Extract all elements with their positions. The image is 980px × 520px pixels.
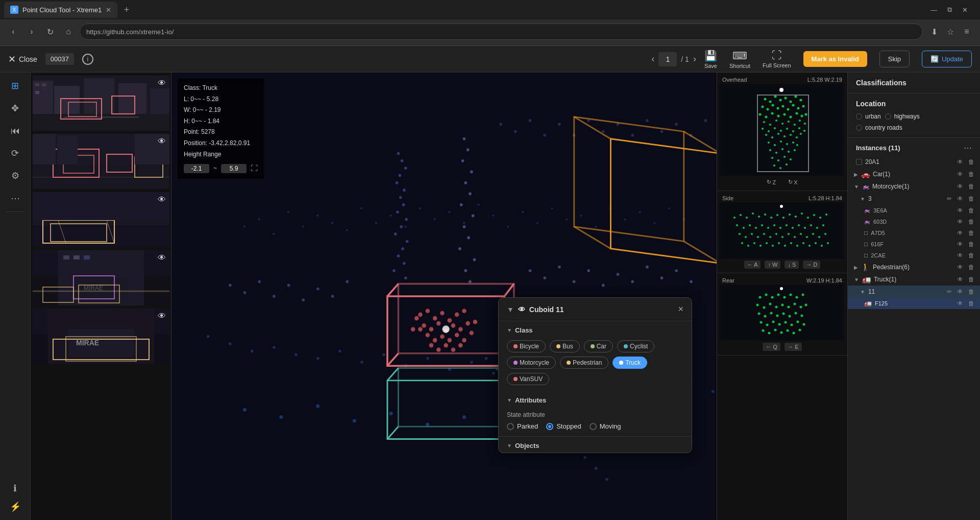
cuboid-eye-icon[interactable]: 👁 — [518, 305, 525, 314]
camera-thumb-2-eye[interactable]: 👁 — [158, 137, 166, 146]
overhead-rotate-z[interactable]: ↻ Z — [764, 178, 779, 186]
reload-button[interactable]: ↻ — [43, 25, 57, 39]
next-button[interactable]: › — [693, 54, 696, 64]
truck-group-header[interactable]: ▼ 🚛 Truck(1) 👁 🗑 — [848, 273, 980, 286]
2cae-delete[interactable]: 🗑 — [967, 251, 976, 259]
urban-radio[interactable] — [856, 113, 862, 120]
tab-close-button[interactable]: ✕ — [106, 6, 111, 14]
update-button[interactable]: 🔄 Update — [922, 51, 972, 67]
sidebar-rewind-icon[interactable]: ⏮ — [6, 122, 24, 140]
key-d[interactable]: → D — [803, 261, 820, 269]
sidebar-settings-icon[interactable]: ⚙ — [6, 167, 24, 185]
motorcycle-group-delete[interactable]: 🗑 — [967, 182, 976, 191]
class-tag-bicycle[interactable]: Bicycle — [507, 340, 546, 352]
camera-thumb-3-eye[interactable]: 👁 — [158, 195, 166, 204]
download-button[interactable]: ⬇ — [927, 25, 941, 39]
class-tag-cyclist[interactable]: Cyclist — [617, 340, 654, 352]
camera-thumb-1-eye[interactable]: 👁 — [158, 79, 166, 88]
forward-button[interactable]: › — [24, 25, 39, 39]
overhead-rotate-x[interactable]: ↻ X — [785, 178, 800, 186]
pedestrian-group-header[interactable]: ▶ 🚶 Pedestrian(6) 👁 🗑 — [848, 261, 980, 273]
616f-eye[interactable]: 👁 — [955, 240, 965, 248]
state-moving[interactable]: Moving — [590, 422, 621, 430]
menu-button[interactable]: ≡ — [960, 25, 974, 39]
page-input[interactable] — [658, 52, 677, 66]
sidebar-info-icon[interactable]: ℹ — [6, 479, 24, 498]
camera-thumb-3[interactable]: 👁 — [33, 192, 169, 247]
sub-instance-2cae[interactable]: □ 2CAE 👁 🗑 — [848, 250, 980, 261]
sidebar-more-icon[interactable]: ⋯ — [6, 189, 24, 207]
class-tag-car[interactable]: Car — [584, 340, 613, 352]
side-canvas[interactable] — [719, 202, 844, 258]
pedestrian-group-eye[interactable]: 👁 — [955, 263, 965, 271]
camera-thumb-5[interactable]: MIRAE 👁 — [33, 309, 169, 364]
motorcycle-group-header[interactable]: ▼ 🏍 Motorcycle(1) 👁 🗑 — [848, 180, 980, 193]
603d-eye[interactable]: 👁 — [955, 218, 965, 226]
back-button[interactable]: ‹ — [6, 25, 20, 39]
sub-instance-f125[interactable]: 🚛 F125 👁 🗑 — [848, 298, 980, 309]
class-tag-vansuv[interactable]: VanSUV — [507, 373, 549, 385]
car-group-eye[interactable]: 👁 — [955, 170, 965, 178]
a7d5-eye[interactable]: 👁 — [955, 229, 965, 237]
motorcycle-sub3-header[interactable]: ▼ 3 ✏ 👁 🗑 — [848, 193, 980, 205]
cuboid-collapse-arrow[interactable]: ▼ — [507, 305, 514, 314]
camera-thumb-4-eye[interactable]: 👁 — [158, 253, 166, 263]
sidebar-layers-icon[interactable]: ⊞ — [6, 77, 24, 95]
window-minimize[interactable]: — — [926, 6, 941, 14]
point-cloud-view[interactable]: Class: Truck L: 0~~ - 5.28 W: 0~~ - 2.19… — [172, 73, 717, 520]
key-w[interactable]: ↑ W — [765, 261, 780, 269]
key-q[interactable]: ← Q — [763, 343, 780, 351]
616f-delete[interactable]: 🗑 — [967, 240, 976, 248]
sub3-edit[interactable]: ✏ — [945, 195, 953, 203]
country-roads-radio[interactable] — [856, 125, 862, 131]
address-bar[interactable]: https://github.com/xtreme1-io/ — [80, 23, 923, 40]
class-section-header[interactable]: ▼ Class — [499, 321, 692, 337]
height-max-input[interactable] — [221, 164, 247, 173]
sub11-delete[interactable]: 🗑 — [967, 288, 976, 296]
class-tag-truck[interactable]: Truck — [612, 357, 647, 369]
prev-button[interactable]: ‹ — [651, 54, 654, 64]
new-tab-button[interactable]: + — [119, 3, 134, 17]
motorcycle-group-eye[interactable]: 👁 — [955, 182, 965, 191]
close-button[interactable]: ✕ Close — [8, 54, 37, 65]
state-stopped[interactable]: Stopped — [546, 422, 581, 430]
stopped-radio[interactable] — [546, 423, 553, 430]
sub3-eye[interactable]: 👁 — [955, 195, 965, 203]
sub11-edit[interactable]: ✏ — [945, 288, 953, 296]
car-group-delete[interactable]: 🗑 — [967, 170, 976, 178]
2cae-eye[interactable]: 👁 — [955, 251, 965, 259]
highways-radio[interactable] — [885, 113, 891, 120]
fullscreen-action[interactable]: ⛶ Full Screen — [763, 50, 791, 68]
instance-20a1-checkbox[interactable] — [856, 159, 862, 165]
sub-instance-603d[interactable]: 🏍 603D 👁 🗑 — [848, 216, 980, 227]
shortcut-action[interactable]: ⌨ Shortcut — [729, 50, 750, 69]
skip-button[interactable]: Skip — [879, 51, 910, 67]
sidebar-move-icon[interactable]: ✥ — [6, 99, 24, 117]
window-maximize[interactable]: ⧉ — [943, 6, 956, 14]
3e6a-delete[interactable]: 🗑 — [967, 206, 976, 215]
location-country-roads[interactable]: country roads — [856, 124, 972, 131]
location-highways[interactable]: highways — [885, 113, 920, 120]
class-tag-motorcycle[interactable]: Motorcycle — [507, 357, 556, 369]
class-tag-bus[interactable]: Bus — [550, 340, 580, 352]
instances-more-button[interactable]: ⋯ — [964, 143, 972, 153]
parked-radio[interactable] — [507, 423, 514, 430]
603d-delete[interactable]: 🗑 — [967, 218, 976, 226]
sub-instance-a7d5[interactable]: □ A7D5 👁 🗑 — [848, 227, 980, 239]
car-group-header[interactable]: ▶ 🚗 Car(1) 👁 🗑 — [848, 168, 980, 180]
overhead-canvas[interactable] — [719, 84, 844, 176]
sidebar-filter-icon[interactable]: ⚡ — [6, 498, 24, 516]
camera-thumb-2[interactable]: 👁 — [33, 134, 169, 189]
rear-canvas[interactable] — [719, 285, 844, 341]
sub11-eye[interactable]: 👁 — [955, 288, 965, 296]
instance-20a1-eye[interactable]: 👁 — [955, 158, 965, 166]
pedestrian-group-delete[interactable]: 🗑 — [967, 263, 976, 271]
class-tag-pedestrian[interactable]: Pedestrian — [560, 357, 608, 369]
window-close[interactable]: ✕ — [958, 6, 972, 14]
camera-thumb-5-eye[interactable]: 👁 — [158, 312, 166, 321]
save-action[interactable]: 💾 Save — [704, 50, 717, 69]
sub-instance-616f[interactable]: □ 616F 👁 🗑 — [848, 239, 980, 250]
bookmark-button[interactable]: ☆ — [943, 25, 958, 39]
sidebar-history-icon[interactable]: ⟳ — [6, 144, 24, 162]
location-urban[interactable]: urban — [856, 113, 881, 120]
